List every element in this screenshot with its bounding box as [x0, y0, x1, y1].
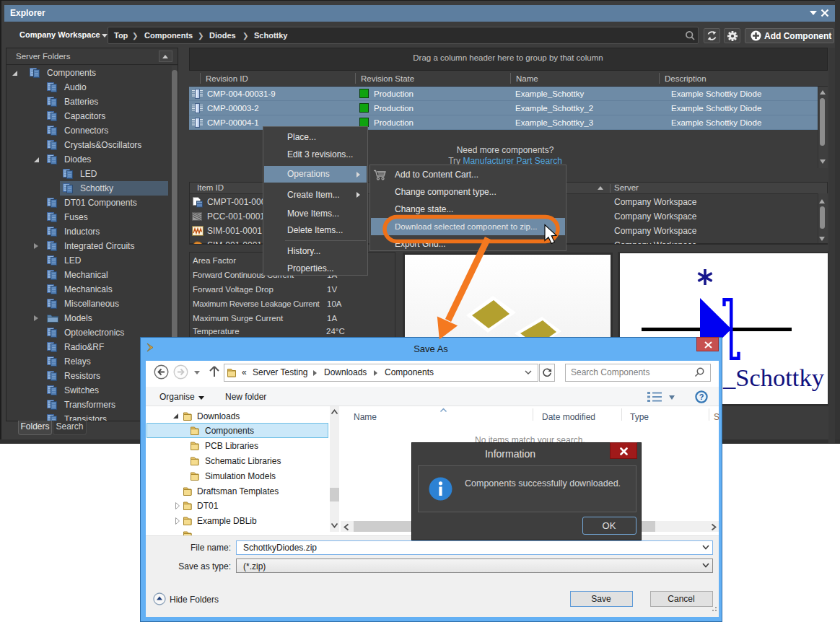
svg-text:?: ? [699, 393, 704, 401]
svg-text:_Schottky: _Schottky [722, 364, 825, 391]
